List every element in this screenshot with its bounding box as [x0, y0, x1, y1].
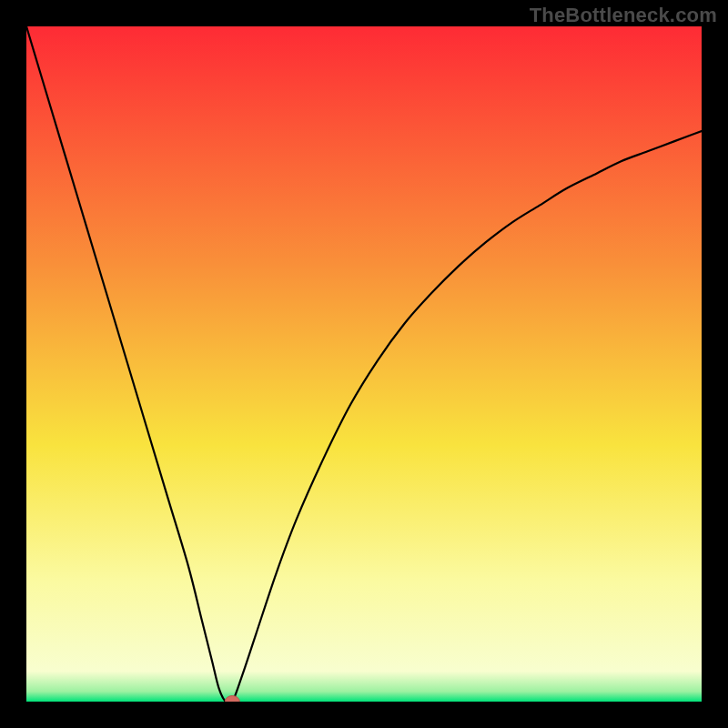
attribution-text: TheBottleneck.com	[530, 4, 717, 27]
chart-frame: TheBottleneck.com	[0, 0, 728, 728]
plot-area	[26, 26, 702, 702]
bottleneck-chart	[26, 26, 702, 702]
